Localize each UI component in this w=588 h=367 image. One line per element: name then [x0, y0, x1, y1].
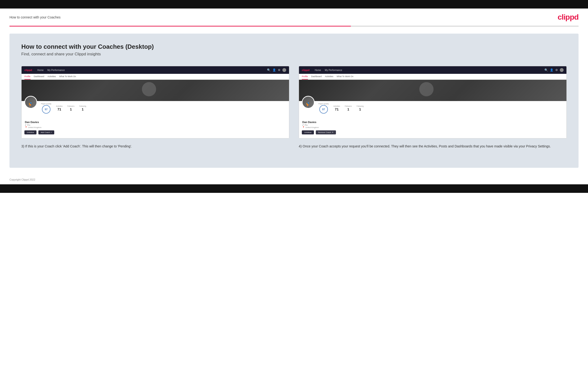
- right-followers-value: 1: [345, 108, 352, 111]
- left-stats-row: Player Quality 97 Activities 71 Follower…: [41, 103, 286, 114]
- left-user-location: 📍 United Kingdom: [25, 126, 286, 128]
- left-activities-value: 71: [56, 108, 63, 111]
- right-activities-value: 71: [334, 108, 340, 111]
- right-nav-myperformance: My Performance: [325, 69, 342, 71]
- right-mock-tabs: Profile Dashboard Activities What To Wor…: [299, 74, 566, 80]
- left-tab-whattowork[interactable]: What To Work On: [59, 74, 76, 80]
- right-mock-nav: clippd Home My Performance 🔍 👤 ⚙: [299, 66, 566, 74]
- left-settings-icon: ⚙: [278, 68, 280, 72]
- left-tab-profile[interactable]: Profile: [24, 74, 31, 80]
- header-divider: [9, 26, 579, 26]
- footer: Copyright Clippd 2022: [0, 175, 588, 184]
- right-badge-label: Pro: [305, 124, 308, 126]
- right-mock-profile: Player Quality 97 Activities 71 Follower…: [299, 101, 566, 138]
- right-following-label: Following: [356, 105, 364, 107]
- right-user-icon: 👤: [550, 68, 553, 72]
- left-unfollow-button[interactable]: Unfollow: [24, 130, 36, 134]
- right-following-value: 1: [356, 108, 364, 111]
- page-heading: How to connect with your Coaches (Deskto…: [21, 43, 567, 50]
- left-mock-nav: clippd Home My Performance 🔍 👤 ⚙: [22, 66, 289, 74]
- left-stat-activities: Activities 71: [56, 105, 63, 111]
- clippd-logo: clippd: [558, 13, 579, 22]
- right-tab-activities[interactable]: Activities: [325, 74, 334, 80]
- left-add-coach-button[interactable]: Add Coach +: [38, 130, 54, 134]
- right-screenshot-col: clippd Home My Performance 🔍 👤 ⚙ Profile…: [299, 66, 567, 149]
- left-mock-logo: clippd: [24, 69, 32, 71]
- left-quality-circle: 97: [42, 105, 51, 114]
- left-screenshot-mockup: clippd Home My Performance 🔍 👤 ⚙ Profile…: [21, 66, 289, 138]
- main-content: How to connect with your Coaches (Deskto…: [9, 33, 579, 168]
- right-stat-activities: Activities 71: [334, 105, 340, 111]
- left-user-name: Dan Davies: [25, 121, 286, 124]
- left-following-label: Following: [79, 105, 86, 107]
- left-add-coach-icon: +: [51, 131, 52, 133]
- left-location-label: United Kingdom: [28, 126, 42, 128]
- left-stat-followers: Followers 1: [67, 105, 74, 111]
- left-mock-profile: Player Quality 97 Activities 71 Follower…: [22, 101, 289, 138]
- right-unfollow-button[interactable]: Unfollow: [302, 130, 314, 134]
- right-mock-actions: Unfollow Remove Coach ✕: [302, 130, 564, 134]
- right-quality-label: Player Quality: [318, 103, 329, 105]
- left-mock-actions: Unfollow Add Coach +: [24, 130, 286, 134]
- right-mock-hero: [299, 80, 566, 101]
- right-avatar: [302, 96, 315, 108]
- right-tab-dashboard[interactable]: Dashboard: [311, 74, 322, 80]
- left-stat-following: Following 1: [79, 105, 86, 111]
- right-nav-icons: 🔍 👤 ⚙: [545, 68, 564, 72]
- header: How to connect with your Coaches clippd: [0, 8, 588, 26]
- left-following-value: 1: [79, 108, 86, 111]
- left-user-icon: 👤: [272, 68, 276, 72]
- header-title: How to connect with your Coaches: [9, 15, 61, 19]
- left-quality-label: Player Quality: [41, 103, 52, 105]
- left-user-info: Dan Davies ✔ Pro 📍 United Kingdom: [25, 121, 286, 128]
- right-nav-home: Home: [315, 69, 321, 71]
- left-tab-dashboard[interactable]: Dashboard: [34, 74, 44, 80]
- left-user-badge: ✔ Pro: [25, 124, 286, 126]
- left-nav-home: Home: [37, 69, 43, 71]
- right-tab-whattowork[interactable]: What To Work On: [337, 74, 354, 80]
- right-avatar-icon: [560, 68, 564, 72]
- right-user-location: 📍 United Kingdom: [302, 126, 564, 128]
- right-badge-icon: ✔: [302, 124, 304, 126]
- bottom-bar: [0, 184, 588, 193]
- left-caption: 3) If this is your Coach click 'Add Coac…: [21, 144, 289, 149]
- left-avatar: [24, 96, 37, 108]
- left-activities-label: Activities: [56, 105, 63, 107]
- right-user-badge: ✔ Pro: [302, 124, 564, 126]
- right-location-label: United Kingdom: [305, 126, 319, 128]
- left-nav-icons: 🔍 👤 ⚙: [267, 68, 286, 72]
- page-subheading: Find, connect and share your Clippd insi…: [21, 52, 567, 57]
- left-stat-quality: Player Quality 97: [41, 103, 52, 114]
- right-activities-label: Activities: [334, 105, 340, 107]
- left-badge-label: Pro: [27, 124, 30, 126]
- left-followers-label: Followers: [67, 105, 74, 107]
- left-avatar-icon: [282, 68, 286, 72]
- right-search-icon: 🔍: [545, 68, 548, 72]
- right-remove-coach-icon: ✕: [332, 131, 334, 133]
- left-mock-tabs: Profile Dashboard Activities What To Wor…: [22, 74, 289, 80]
- right-user-info: Dan Davies ✔ Pro 📍 United Kingdom: [302, 121, 564, 128]
- right-remove-coach-button[interactable]: Remove Coach ✕: [316, 130, 336, 134]
- right-stat-followers: Followers 1: [345, 105, 352, 111]
- right-mock-logo: clippd: [302, 69, 309, 71]
- copyright-text: Copyright Clippd 2022: [9, 178, 35, 181]
- right-settings-icon: ⚙: [555, 68, 558, 72]
- right-stat-following: Following 1: [356, 105, 364, 111]
- left-followers-value: 1: [67, 108, 74, 111]
- right-caption: 4) Once your Coach accepts your request …: [299, 144, 567, 149]
- left-add-coach-label: Add Coach: [41, 131, 50, 133]
- left-search-icon: 🔍: [267, 68, 270, 72]
- left-screenshot-col: clippd Home My Performance 🔍 👤 ⚙ Profile…: [21, 66, 289, 149]
- right-quality-circle: 97: [319, 105, 328, 114]
- right-stat-quality: Player Quality 97: [318, 103, 329, 114]
- top-bar: [0, 0, 588, 8]
- right-location-icon: 📍: [302, 126, 305, 128]
- right-stats-row: Player Quality 97 Activities 71 Follower…: [318, 103, 564, 114]
- left-tab-activities[interactable]: Activities: [48, 74, 56, 80]
- right-screenshot-mockup: clippd Home My Performance 🔍 👤 ⚙ Profile…: [299, 66, 567, 138]
- left-location-icon: 📍: [25, 126, 27, 128]
- right-tab-profile[interactable]: Profile: [302, 74, 308, 80]
- left-badge-icon: ✔: [25, 124, 26, 126]
- left-mock-hero: [22, 80, 289, 101]
- screenshots-row: clippd Home My Performance 🔍 👤 ⚙ Profile…: [21, 66, 567, 149]
